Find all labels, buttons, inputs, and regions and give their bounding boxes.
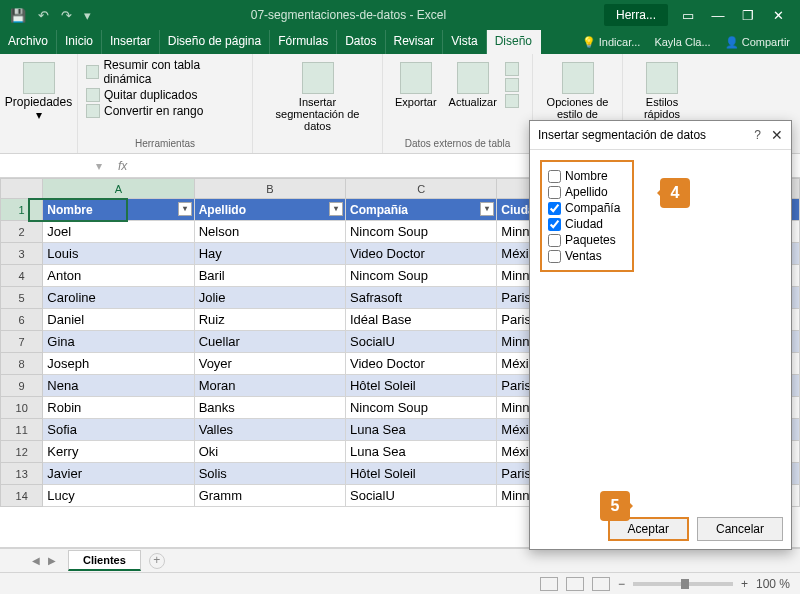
header-nombre[interactable]: Nombre▾ bbox=[43, 199, 194, 221]
row-header[interactable]: 10 bbox=[1, 397, 43, 419]
row-header[interactable]: 3 bbox=[1, 243, 43, 265]
sheet-nav-prev-icon[interactable]: ◀ bbox=[28, 555, 44, 566]
cell[interactable]: Jolie bbox=[194, 287, 345, 309]
row-header[interactable]: 5 bbox=[1, 287, 43, 309]
minimize-icon[interactable]: — bbox=[706, 8, 730, 23]
dialog-close-icon[interactable]: ✕ bbox=[771, 127, 783, 143]
cell[interactable]: Caroline bbox=[43, 287, 194, 309]
col-header-b[interactable]: B bbox=[194, 179, 345, 199]
col-header-a[interactable]: A bbox=[43, 179, 194, 199]
filter-dropdown-icon[interactable]: ▾ bbox=[480, 202, 494, 216]
close-icon[interactable]: ✕ bbox=[766, 8, 790, 23]
header-compania[interactable]: Compañía▾ bbox=[345, 199, 496, 221]
new-sheet-icon[interactable]: + bbox=[149, 553, 165, 569]
filter-dropdown-icon[interactable]: ▾ bbox=[178, 202, 192, 216]
propiedades-button[interactable]: Propiedades▾ bbox=[8, 58, 69, 126]
cell[interactable]: SocialU bbox=[345, 331, 496, 353]
quitar-duplicados-button[interactable]: Quitar duplicados bbox=[86, 88, 244, 102]
check-nombre[interactable]: Nombre bbox=[548, 168, 626, 184]
ext-opt-3[interactable] bbox=[505, 94, 519, 108]
cell[interactable]: Robin bbox=[43, 397, 194, 419]
row-header[interactable]: 13 bbox=[1, 463, 43, 485]
select-all-corner[interactable] bbox=[1, 179, 43, 199]
cancelar-button[interactable]: Cancelar bbox=[697, 517, 783, 541]
tab-revisar[interactable]: Revisar bbox=[386, 30, 444, 54]
convertir-rango-button[interactable]: Convertir en rango bbox=[86, 104, 244, 118]
context-tab-label[interactable]: Herra... bbox=[604, 4, 668, 26]
cell[interactable]: Nincom Soup bbox=[345, 397, 496, 419]
sheet-nav-next-icon[interactable]: ▶ bbox=[44, 555, 60, 566]
zoom-out-icon[interactable]: − bbox=[618, 577, 625, 591]
cell[interactable]: Louis bbox=[43, 243, 194, 265]
cell[interactable]: Luna Sea bbox=[345, 441, 496, 463]
cell[interactable]: Video Doctor bbox=[345, 243, 496, 265]
check-ciudad[interactable]: Ciudad bbox=[548, 216, 626, 232]
check-apellido[interactable]: Apellido bbox=[548, 184, 626, 200]
cell[interactable]: Video Doctor bbox=[345, 353, 496, 375]
tab-archivo[interactable]: Archivo bbox=[0, 30, 57, 54]
check-ventas[interactable]: Ventas bbox=[548, 248, 626, 264]
tab-inicio[interactable]: Inicio bbox=[57, 30, 102, 54]
exportar-button[interactable]: Exportar bbox=[391, 58, 441, 112]
ext-opt-2[interactable] bbox=[505, 78, 519, 92]
check-paquetes[interactable]: Paquetes bbox=[548, 232, 626, 248]
row-header[interactable]: 14 bbox=[1, 485, 43, 507]
row-header[interactable]: 4 bbox=[1, 265, 43, 287]
row-header[interactable]: 2 bbox=[1, 221, 43, 243]
fx-icon[interactable]: fx bbox=[108, 159, 137, 173]
filter-dropdown-icon[interactable]: ▾ bbox=[329, 202, 343, 216]
cell[interactable]: Valles bbox=[194, 419, 345, 441]
cell[interactable]: Gramm bbox=[194, 485, 345, 507]
user-name[interactable]: Kayla Cla... bbox=[654, 36, 710, 48]
cell[interactable]: Daniel bbox=[43, 309, 194, 331]
zoom-slider[interactable] bbox=[633, 582, 733, 586]
cell[interactable]: Voyer bbox=[194, 353, 345, 375]
view-pagebreak-icon[interactable] bbox=[592, 577, 610, 591]
zoom-in-icon[interactable]: + bbox=[741, 577, 748, 591]
cell[interactable]: Joel bbox=[43, 221, 194, 243]
cell[interactable]: Banks bbox=[194, 397, 345, 419]
zoom-level[interactable]: 100 % bbox=[756, 577, 790, 591]
maximize-icon[interactable]: ❐ bbox=[736, 8, 760, 23]
header-apellido[interactable]: Apellido▾ bbox=[194, 199, 345, 221]
row-header[interactable]: 8 bbox=[1, 353, 43, 375]
cell[interactable]: Oki bbox=[194, 441, 345, 463]
tab-formulas[interactable]: Fórmulas bbox=[270, 30, 337, 54]
cell[interactable]: Joseph bbox=[43, 353, 194, 375]
row-header[interactable]: 12 bbox=[1, 441, 43, 463]
save-icon[interactable]: 💾 bbox=[10, 8, 26, 23]
view-pagelayout-icon[interactable] bbox=[566, 577, 584, 591]
cell[interactable]: SocialU bbox=[345, 485, 496, 507]
insertar-segmentacion-button[interactable]: Insertar segmentación de datos bbox=[261, 58, 374, 136]
cell[interactable]: Nincom Soup bbox=[345, 221, 496, 243]
cell[interactable]: Nena bbox=[43, 375, 194, 397]
undo-icon[interactable]: ↶ bbox=[38, 8, 49, 23]
tab-insertar[interactable]: Insertar bbox=[102, 30, 160, 54]
cell[interactable]: Kerry bbox=[43, 441, 194, 463]
cell[interactable]: Hôtel Soleil bbox=[345, 463, 496, 485]
tab-diseno-pagina[interactable]: Diseño de página bbox=[160, 30, 270, 54]
row-header-1[interactable]: 1 bbox=[1, 199, 43, 221]
qat-dropdown-icon[interactable]: ▾ bbox=[84, 8, 91, 23]
cell[interactable]: Anton bbox=[43, 265, 194, 287]
cell[interactable]: Gina bbox=[43, 331, 194, 353]
cell[interactable]: Solis bbox=[194, 463, 345, 485]
cell[interactable]: Luna Sea bbox=[345, 419, 496, 441]
resumir-button[interactable]: Resumir con tabla dinámica bbox=[86, 58, 244, 86]
sheet-tab-clientes[interactable]: Clientes bbox=[68, 550, 141, 571]
cell[interactable]: Lucy bbox=[43, 485, 194, 507]
tab-vista[interactable]: Vista bbox=[443, 30, 486, 54]
cell[interactable]: Ruiz bbox=[194, 309, 345, 331]
ribbon-options-icon[interactable]: ▭ bbox=[676, 8, 700, 23]
col-header-c[interactable]: C bbox=[345, 179, 496, 199]
cell[interactable]: Safrasoft bbox=[345, 287, 496, 309]
row-header[interactable]: 11 bbox=[1, 419, 43, 441]
row-header[interactable]: 9 bbox=[1, 375, 43, 397]
cell[interactable]: Moran bbox=[194, 375, 345, 397]
check-compania[interactable]: Compañía bbox=[548, 200, 626, 216]
cell[interactable]: Baril bbox=[194, 265, 345, 287]
cell[interactable]: Idéal Base bbox=[345, 309, 496, 331]
actualizar-button[interactable]: Actualizar bbox=[445, 58, 501, 112]
name-box-dropdown-icon[interactable]: ▾ bbox=[90, 159, 108, 173]
tell-me[interactable]: 💡 Indicar... bbox=[582, 36, 641, 49]
